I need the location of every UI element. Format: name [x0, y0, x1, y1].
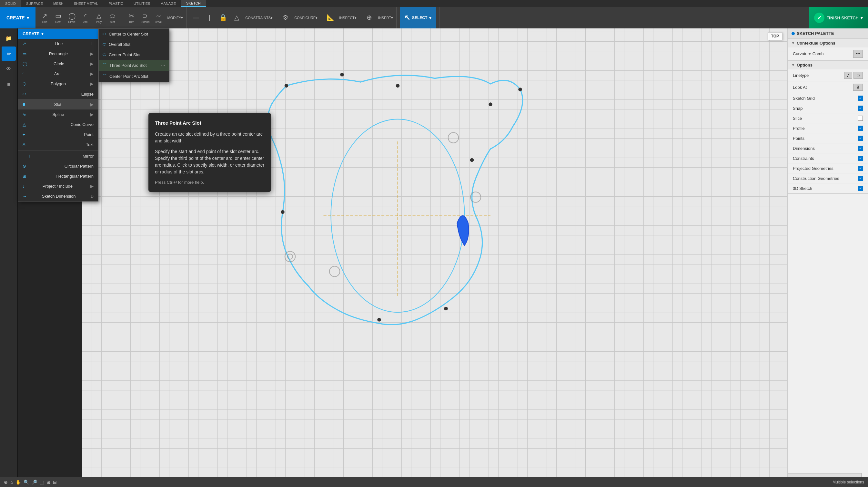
view-cube[interactable]: TOP: [768, 32, 782, 40]
status-bar: ⊕ ⌂ ✋ 🔍 🔎 ⬚ ⊞ ⊟ Multiple selections: [0, 477, 868, 487]
constraint-v-btn[interactable]: |: [203, 9, 216, 27]
slice-checkbox[interactable]: [858, 116, 863, 121]
status-view-icon[interactable]: ⊟: [53, 480, 57, 485]
constraint-lock-btn[interactable]: 🔒: [217, 9, 229, 27]
menu-item-point[interactable]: + Point: [18, 130, 98, 140]
sketch-grid-checkbox[interactable]: ✓: [858, 95, 863, 101]
status-grid-icon[interactable]: ⊞: [46, 480, 50, 485]
tab-sketch[interactable]: SKETCH: [181, 0, 206, 7]
extend-btn[interactable]: ⊃Extend: [139, 9, 151, 27]
slot-overall[interactable]: ⬭ Overall Slot: [99, 39, 169, 50]
tab-plastic[interactable]: PLASTIC: [103, 0, 128, 7]
menu-item-ellipse[interactable]: ⬭ Ellipse: [18, 89, 98, 99]
constraint-h-btn[interactable]: —: [190, 9, 202, 27]
constraints-checkbox[interactable]: ✓: [858, 156, 863, 161]
status-nav-icon[interactable]: ⊕: [4, 480, 8, 485]
status-home-icon[interactable]: ⌂: [10, 480, 13, 485]
trim-btn[interactable]: ✂Trim: [126, 9, 138, 27]
3d-sketch-checkbox[interactable]: ✓: [858, 186, 863, 191]
rect-tool-btn[interactable]: ▭Rect: [52, 9, 65, 27]
profile-row: Profile ✓: [788, 123, 868, 133]
status-zoom-out-icon[interactable]: 🔎: [32, 480, 37, 485]
menu-slot-label: Slot: [54, 102, 61, 107]
tab-mesh[interactable]: MESH: [48, 0, 69, 7]
construction-geometries-checkbox[interactable]: ✓: [858, 176, 863, 181]
finish-sketch-button[interactable]: ✓ FINISH SKETCH ▾: [809, 7, 868, 28]
sidebar-eye-btn[interactable]: 👁: [2, 62, 16, 76]
sketch-grid-row: Sketch Grid ✓: [788, 93, 868, 103]
tab-manage[interactable]: MANAGE: [155, 0, 181, 7]
modify-label[interactable]: MODIFY▾: [167, 16, 183, 20]
menu-separator-1: [18, 150, 98, 150]
options-header[interactable]: ▼ Options: [788, 61, 868, 69]
menu-arc-label: Arc: [54, 71, 61, 76]
sidebar-layers-btn[interactable]: ≡: [2, 78, 16, 92]
tab-surface[interactable]: SURFACE: [21, 0, 48, 7]
menu-project-label: Project / Include: [42, 184, 72, 189]
slot-three-point-arc[interactable]: ⌒ Three Point Arc Slot ⋯: [99, 60, 169, 71]
menu-item-sketch-dimension[interactable]: ↔ Sketch Dimension D: [18, 191, 98, 201]
menu-item-polygon[interactable]: ⬡ Polygon ▶: [18, 79, 98, 89]
options-label: Options: [797, 63, 812, 67]
line-tool-btn[interactable]: ↗Line: [39, 9, 51, 27]
profile-checkbox[interactable]: ✓: [858, 125, 863, 131]
break-btn[interactable]: ∼Break: [153, 9, 165, 27]
constraints-label[interactable]: CONSTRAINTS▾: [245, 16, 273, 20]
insert-btn[interactable]: ⊕: [363, 9, 376, 27]
status-zoom-icon[interactable]: 🔍: [24, 480, 29, 485]
dimensions-checkbox[interactable]: ✓: [858, 146, 863, 151]
menu-rect-pattern-label: Rectangular Pattern: [56, 174, 94, 179]
status-display-icon[interactable]: ⬚: [40, 480, 44, 485]
inspect-label[interactable]: INSPECT▾: [339, 16, 356, 20]
arc-tool-btn[interactable]: ◜Arc: [80, 9, 92, 27]
menu-item-spline[interactable]: ∿ Spline ▶: [18, 110, 98, 119]
menu-item-arc[interactable]: ◜ Arc ▶: [18, 69, 98, 79]
poly-tool-btn[interactable]: △Poly: [93, 9, 105, 27]
menu-item-line[interactable]: ↗ Line L: [18, 39, 98, 49]
ellipse-icon: ⬭: [23, 91, 26, 96]
points-checkbox[interactable]: ✓: [858, 136, 863, 141]
sidebar-sketch-btn[interactable]: ✏: [2, 47, 16, 61]
projected-geometries-checkbox[interactable]: ✓: [858, 166, 863, 171]
linetype-btn1[interactable]: ╱: [844, 72, 852, 79]
create-button[interactable]: CREATE ▾: [0, 7, 35, 28]
insert-label[interactable]: INSERT▾: [378, 16, 393, 20]
menu-item-circle[interactable]: ◯ Circle ▶: [18, 59, 98, 69]
slot-overall-label: Overall Slot: [109, 42, 130, 47]
curvature-comb-icon-btn[interactable]: 〜: [853, 50, 863, 58]
tab-sheet-metal[interactable]: SHEET METAL: [69, 0, 103, 7]
dimensions-row: Dimensions ✓: [788, 143, 868, 153]
menu-item-text[interactable]: A Text: [18, 140, 98, 149]
snap-checkbox[interactable]: ✓: [858, 106, 863, 111]
menu-item-mirror[interactable]: ⊢⊣ Mirror: [18, 151, 98, 161]
configure-btn[interactable]: ⚙: [279, 9, 292, 27]
constraint-tri-btn[interactable]: △: [230, 9, 243, 27]
status-hand-icon[interactable]: ✋: [16, 480, 21, 485]
tab-utilities[interactable]: UTILITIES: [128, 0, 155, 7]
menu-item-conic[interactable]: △ Conic Curve: [18, 119, 98, 130]
circle-tool-btn[interactable]: ◯Circle: [66, 9, 78, 27]
menu-item-slot[interactable]: ⬮ Slot ▶: [18, 99, 98, 110]
linetype-btn2[interactable]: ▭: [854, 72, 863, 79]
select-button[interactable]: ↖ SELECT ▾: [400, 7, 436, 28]
tab-solid[interactable]: SOLID: [0, 0, 21, 7]
slot-tool-btn[interactable]: ⬭Slot: [106, 9, 119, 27]
slot-center-point-arc[interactable]: ⌒ Center Point Arc Slot: [99, 71, 169, 82]
menu-item-project-include[interactable]: ↓ Project / Include ▶: [18, 181, 98, 191]
construction-geometries-label: Construction Geometries: [793, 176, 839, 181]
sidebar-proj-btn[interactable]: 📁: [2, 31, 16, 45]
slot-center-to-center[interactable]: ⬭ Center to Center Slot: [99, 29, 169, 39]
configure-label[interactable]: CONFIGURE▾: [294, 16, 317, 20]
contextual-options-label: Contextual Options: [797, 41, 835, 46]
menu-item-rectangle[interactable]: ▭ Rectangle ▶: [18, 49, 98, 59]
create-dropdown-arrow: ▾: [27, 15, 29, 20]
contextual-options-header[interactable]: ▼ Contextual Options: [788, 39, 868, 48]
svg-point-10: [340, 73, 344, 77]
options-section: ▼ Options Linetype ╱ ▭ Look At 🖥 Sketch …: [788, 61, 868, 194]
slot-center-point[interactable]: ⬭ Center Point Slot: [99, 50, 169, 60]
inspect-btn[interactable]: 📐: [324, 9, 337, 27]
points-label: Points: [793, 136, 804, 141]
look-at-btn[interactable]: 🖥: [853, 84, 863, 91]
menu-item-circular-pattern[interactable]: ⊙ Circular Pattern: [18, 161, 98, 171]
menu-item-rectangular-pattern[interactable]: ⊞ Rectangular Pattern: [18, 171, 98, 181]
